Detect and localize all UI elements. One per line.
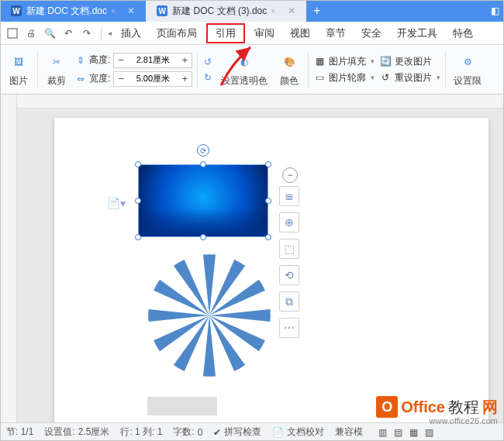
zoom-button[interactable]: ⊕ <box>279 212 299 233</box>
resize-handle-bl[interactable] <box>135 234 141 240</box>
resize-handle-b[interactable] <box>200 234 206 240</box>
change-icon: 🔄 <box>379 55 392 67</box>
crop-group[interactable]: ✂ 裁剪 <box>43 51 71 88</box>
tabbar-right-icon[interactable]: ◧ <box>491 5 504 16</box>
status-position[interactable]: 行: 1 列: 1 <box>120 425 162 439</box>
check-icon: ✔ <box>213 427 221 438</box>
increase-button[interactable]: + <box>178 72 192 86</box>
resize-handle-t[interactable] <box>200 161 206 167</box>
rotate-button[interactable]: ⟲ <box>279 265 299 285</box>
label: 更改图片 <box>395 55 432 68</box>
menu-review[interactable]: 审阅 <box>248 23 281 43</box>
sunburst-shape[interactable] <box>147 253 271 377</box>
change-picture-button[interactable]: 🔄更改图片 <box>379 55 440 68</box>
crop-button[interactable]: ⬚ <box>279 239 299 259</box>
value: 0 <box>198 427 203 438</box>
resize-handle-tl[interactable] <box>135 161 141 167</box>
close-icon[interactable]: ✕ <box>288 5 295 16</box>
height-stepper[interactable]: − + <box>113 53 192 68</box>
undo-icon[interactable]: ↶ <box>60 26 76 41</box>
preview-icon[interactable]: 🔍 <box>42 26 57 41</box>
resize-handle-tr[interactable] <box>265 161 271 167</box>
reset-picture-button[interactable]: ↺重设图片▾ <box>379 71 440 84</box>
document-canvas[interactable]: 📄▾ ⟳ − ≣ ⊕ ⬚ ⟲ ⧉ ⋯ <box>0 95 504 428</box>
picture-effects-group[interactable]: ⚙ 设置限 <box>450 51 485 88</box>
rotate-handle[interactable]: ⟳ <box>197 144 209 157</box>
view-mode-icon[interactable]: ▦ <box>406 426 420 439</box>
print-icon[interactable]: 🖨 <box>23 26 39 41</box>
tab-max-icon[interactable]: ▫ <box>271 5 274 16</box>
rotate-right-icon[interactable]: ↻ <box>204 72 212 83</box>
placeholder-block[interactable] <box>147 397 217 415</box>
document-tab-active[interactable]: W 新建 DOC 文档 (3).doc ▫ ✕ <box>146 0 306 22</box>
close-icon[interactable]: ✕ <box>127 5 135 16</box>
paragraph-mark-icon: 📄▾ <box>107 197 126 209</box>
picture-style-group: ▦图片填充▾ ▭图片轮廓▾ <box>313 55 375 84</box>
vertical-ruler[interactable] <box>0 95 17 428</box>
decrease-button[interactable]: − <box>114 53 128 67</box>
status-set-value[interactable]: 设置值:2.5厘米 <box>44 425 109 439</box>
reset-icon: ↺ <box>379 71 392 84</box>
picture-fill-button[interactable]: ▦图片填充▾ <box>313 55 375 68</box>
status-proofread[interactable]: 📄文档校对 <box>272 425 324 439</box>
rotate-left-icon[interactable]: ↺ <box>204 57 212 67</box>
collapse-icon[interactable]: − <box>282 167 298 183</box>
label: 设置限 <box>454 74 482 88</box>
brand-text: 网 <box>482 397 498 418</box>
tab-label: 新建 DOC 文档 (3).doc <box>172 5 267 18</box>
brand-text: Office <box>401 398 445 416</box>
doc-icon: W <box>157 5 167 16</box>
width-input[interactable] <box>128 72 178 86</box>
chevron-down-icon: ▾ <box>371 74 375 81</box>
increase-button[interactable]: + <box>178 53 192 67</box>
decrease-button[interactable]: − <box>114 72 128 86</box>
width-label: 宽度: <box>89 72 110 85</box>
view-mode-icon[interactable]: ▤ <box>391 426 405 439</box>
menu-page-layout[interactable]: 页面布局 <box>150 23 203 43</box>
label: 图片 <box>9 74 28 88</box>
document-tab-inactive[interactable]: W 新建 DOC 文档.doc ▫ ✕ <box>0 0 146 22</box>
menu-references[interactable]: 引用 <box>206 23 245 43</box>
resize-handle-l[interactable] <box>135 198 141 204</box>
menu-features[interactable]: 特色 <box>447 23 479 43</box>
document-page[interactable]: 📄▾ ⟳ − ≣ ⊕ ⬚ ⟲ ⧉ ⋯ <box>54 118 488 428</box>
picture-outline-button[interactable]: ▭图片轮廓▾ <box>313 71 375 84</box>
menu-insert[interactable]: 插入 <box>115 23 147 43</box>
chevron-left-icon[interactable]: ◂ <box>108 29 112 37</box>
status-char-count[interactable]: 字数:0 <box>173 425 202 439</box>
view-mode-icon[interactable]: ▧ <box>422 426 436 439</box>
redo-icon[interactable]: ↷ <box>79 26 95 41</box>
menu-security[interactable]: 安全 <box>355 23 388 43</box>
separator <box>37 51 38 88</box>
save-icon[interactable] <box>5 26 20 41</box>
tab-max-icon[interactable]: ▫ <box>112 5 115 16</box>
resize-handle-br[interactable] <box>265 234 271 240</box>
rotate-group: ↺ ↻ <box>202 57 213 83</box>
label: 字数: <box>173 425 194 439</box>
status-section[interactable]: 节: 1/1 <box>6 425 33 439</box>
label: 图片轮廓 <box>329 71 366 84</box>
label: 文档校对 <box>287 425 324 439</box>
height-label: 高度: <box>89 53 110 67</box>
menu-view[interactable]: 视图 <box>284 23 316 43</box>
status-spellcheck[interactable]: ✔拼写检查 <box>213 425 261 439</box>
menu-devtools[interactable]: 开发工具 <box>391 23 444 43</box>
outline-icon: ▭ <box>313 71 326 84</box>
width-icon: ⇔ <box>75 74 86 84</box>
view-mode-icon[interactable]: ▥ <box>375 426 389 439</box>
new-tab-button[interactable]: + <box>306 4 328 18</box>
color-group[interactable]: 🎨 颜色 <box>275 51 303 88</box>
status-compat[interactable]: 兼容模 <box>335 425 363 439</box>
menu-chapter[interactable]: 章节 <box>319 23 352 43</box>
horizontal-ruler[interactable] <box>17 95 504 109</box>
width-stepper[interactable]: − + <box>113 71 192 87</box>
selected-image[interactable]: ⟳ <box>138 164 268 237</box>
transparency-group[interactable]: ◐ 设置透明色 <box>218 51 271 88</box>
more-button[interactable]: ⋯ <box>279 318 299 338</box>
height-input[interactable] <box>128 53 178 67</box>
layout-options-button[interactable]: ≣ <box>279 186 299 206</box>
resize-handle-r[interactable] <box>265 198 271 204</box>
insert-picture-group[interactable]: 🖼 图片 <box>5 51 33 88</box>
brand-url: www.office26.com <box>430 416 498 425</box>
link-button[interactable]: ⧉ <box>279 291 299 312</box>
